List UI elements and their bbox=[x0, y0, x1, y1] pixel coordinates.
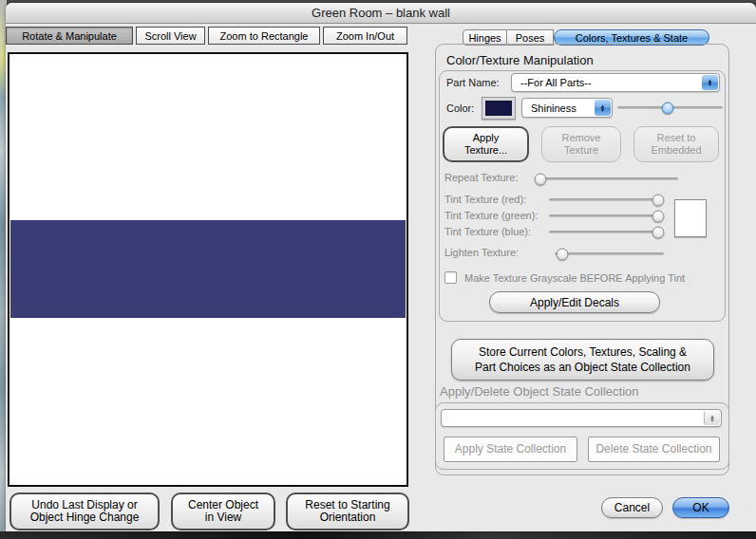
tab-rotate-manipulate[interactable]: Rotate & Manipulate bbox=[6, 27, 133, 45]
apply-texture-button[interactable]: Apply Texture... bbox=[443, 126, 529, 162]
state-collection-heading: Apply/Delete Object State Collection bbox=[440, 384, 639, 399]
object-preview-canvas[interactable] bbox=[8, 52, 408, 487]
shininess-dropdown[interactable]: Shininess ▲▼ bbox=[521, 98, 613, 118]
part-name-value: --For All Parts-- bbox=[520, 77, 592, 88]
color-label: Color: bbox=[446, 102, 474, 114]
delete-state-collection-button[interactable]: Delete State Collection bbox=[588, 437, 720, 462]
reset-orientation-button[interactable]: Reset to Starting Orientation bbox=[286, 493, 409, 530]
cancel-button[interactable]: Cancel bbox=[601, 497, 663, 518]
tint-green-label: Tint Texture (green): bbox=[444, 210, 538, 221]
repeat-texture-label: Repeat Texture: bbox=[444, 172, 518, 183]
part-name-dropdown[interactable]: --For All Parts-- ▲▼ bbox=[511, 73, 720, 92]
reset-to-embedded-button[interactable]: Reset to Embedded bbox=[633, 126, 719, 162]
tint-blue-slider[interactable] bbox=[549, 231, 663, 233]
lighten-texture-slider[interactable] bbox=[555, 252, 664, 255]
tab-scroll-view[interactable]: Scroll View bbox=[136, 27, 205, 45]
tint-red-thumb[interactable] bbox=[652, 194, 665, 206]
color-well[interactable] bbox=[482, 97, 516, 120]
grayscale-checkbox-label: Make Texture Grayscale BEFORE Applying T… bbox=[464, 272, 685, 284]
tint-color-swatch[interactable] bbox=[674, 199, 707, 237]
color-well-fill bbox=[485, 101, 512, 116]
tint-green-slider[interactable] bbox=[549, 214, 663, 217]
window-title: Green Room – blank wall bbox=[312, 6, 450, 20]
desktop-background-bottom bbox=[0, 531, 756, 539]
tint-red-label: Tint Texture (red): bbox=[444, 194, 526, 205]
lighten-texture-thumb[interactable] bbox=[557, 248, 569, 260]
tab-zoom-to-rectangle[interactable]: Zoom to Rectangle bbox=[208, 27, 320, 45]
title-bar: Green Room – blank wall bbox=[6, 3, 756, 24]
wall-object[interactable] bbox=[10, 220, 406, 318]
apply-state-collection-button[interactable]: Apply State Collection bbox=[444, 437, 577, 462]
apply-edit-decals-button[interactable]: Apply/Edit Decals bbox=[489, 291, 660, 313]
repeat-texture-thumb[interactable] bbox=[535, 173, 547, 185]
ok-button[interactable]: OK bbox=[672, 497, 729, 518]
tab-zoom-in-out[interactable]: Zoom In/Out bbox=[323, 27, 407, 45]
undo-display-hinge-button[interactable]: Undo Last Display or Object Hinge Change bbox=[9, 493, 160, 530]
tint-green-thumb[interactable] bbox=[652, 210, 665, 222]
popup-stepper-icon: ▲▼ bbox=[702, 75, 718, 90]
state-collection-dropdown[interactable]: ▲▼ bbox=[441, 409, 722, 427]
tint-red-slider[interactable] bbox=[549, 198, 663, 201]
tint-blue-thumb[interactable] bbox=[652, 226, 665, 238]
repeat-texture-slider[interactable] bbox=[535, 177, 678, 180]
lighten-texture-label: Lighten Texture: bbox=[444, 247, 519, 258]
color-texture-heading: Color/Texture Manipulation bbox=[446, 53, 594, 67]
store-state-collection-button[interactable]: Store Current Colors, Textures, Scaling … bbox=[451, 339, 714, 381]
shininess-value: Shininess bbox=[531, 102, 576, 114]
center-object-button[interactable]: Center Object in View bbox=[171, 493, 275, 530]
remove-texture-button[interactable]: Remove Texture bbox=[541, 126, 621, 162]
part-name-label: Part Name: bbox=[446, 77, 500, 88]
grayscale-checkbox[interactable] bbox=[444, 271, 457, 284]
shininess-slider-thumb[interactable] bbox=[662, 102, 674, 114]
dialog-window: Green Room – blank wall Rotate & Manipul… bbox=[6, 3, 756, 531]
popup-stepper-icon: ▲▼ bbox=[595, 100, 611, 116]
tint-blue-label: Tint Texture (blue): bbox=[444, 226, 531, 237]
shininess-slider[interactable] bbox=[617, 106, 723, 109]
popup-stepper-icon: ▲▼ bbox=[704, 411, 720, 425]
